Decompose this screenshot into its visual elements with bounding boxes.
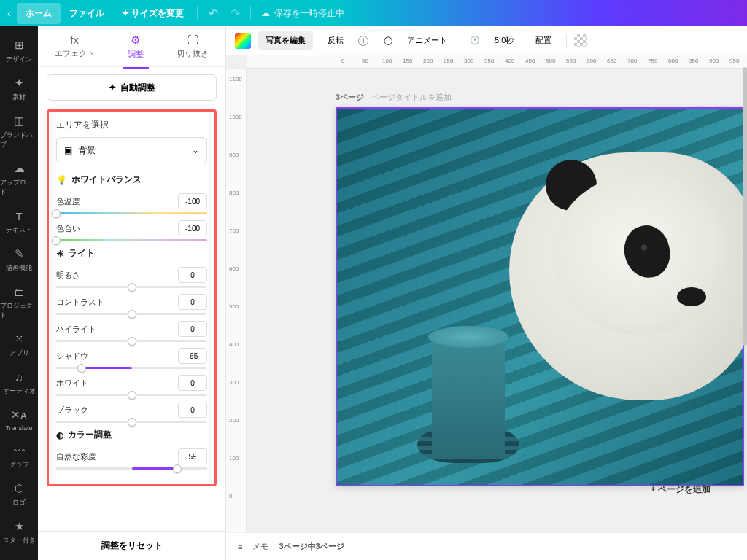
- color-title: ◐カラー調整: [56, 429, 207, 441]
- home-button[interactable]: ホーム: [17, 3, 61, 24]
- canvas-footer: ≡ メモ 3ページ中3ページ: [226, 532, 747, 560]
- adjust-icon: ⚙: [131, 34, 140, 47]
- memo-icon[interactable]: ≡: [238, 542, 242, 551]
- rail-item[interactable]: ✎描画機能: [0, 241, 38, 279]
- slider-brightness[interactable]: 明るさ0: [56, 267, 207, 288]
- rail-icon: ✕ᴀ: [12, 408, 26, 422]
- rail-icon: ⊞: [12, 38, 26, 52]
- rail-item[interactable]: 〰グラフ: [0, 438, 38, 475]
- add-page-button[interactable]: + ページを追加: [651, 483, 711, 496]
- rail-item[interactable]: ✦素材: [0, 70, 38, 108]
- slider-tint[interactable]: 色合い-100: [56, 220, 207, 241]
- area-select[interactable]: ▣背景 ⌄: [56, 137, 207, 163]
- rail-icon: ✦: [12, 76, 26, 90]
- page-counter[interactable]: 3ページ中3ページ: [279, 541, 344, 552]
- rail-icon: ★: [12, 519, 26, 534]
- rail-item[interactable]: ♫オーディオ: [0, 364, 38, 402]
- auto-adjust-button[interactable]: ✦自動調整: [47, 74, 217, 101]
- transparency-icon[interactable]: [574, 34, 587, 47]
- back-icon[interactable]: ‹: [7, 7, 11, 19]
- clock-icon: 🕐: [470, 36, 480, 45]
- redo-icon[interactable]: ↷: [224, 7, 246, 20]
- duration-button[interactable]: 5.0秒: [487, 31, 521, 50]
- background-icon: ▣: [64, 145, 72, 155]
- slider-highlight[interactable]: ハイライト0: [56, 321, 207, 342]
- slider-temperature[interactable]: 色温度-100: [56, 193, 207, 214]
- rail-item[interactable]: ☁アップロード: [0, 155, 38, 203]
- rail-item[interactable]: ⊞デザイン: [0, 32, 38, 70]
- tab-crop[interactable]: ⛶切り抜き: [168, 29, 217, 63]
- slider-black[interactable]: ブラック0: [56, 402, 207, 423]
- memo-button[interactable]: メモ: [252, 541, 268, 552]
- page-canvas[interactable]: [336, 107, 744, 486]
- undo-icon[interactable]: ↶: [202, 7, 224, 20]
- canvas-image[interactable]: [337, 109, 743, 485]
- color-picker-button[interactable]: [235, 33, 251, 49]
- canvas-workspace[interactable]: 0501001502002503003504004505005506006507…: [226, 55, 747, 532]
- panel-scrollbar[interactable]: [743, 67, 747, 531]
- tab-effect[interactable]: fxエフェクト: [46, 29, 104, 63]
- light-title: ☀ライト: [56, 247, 207, 260]
- edit-photo-button[interactable]: 写真を編集: [258, 31, 313, 50]
- save-status: ☁保存を一時停止中: [261, 7, 344, 20]
- rail-icon: ⁙: [12, 332, 26, 346]
- side-rail: ⊞デザイン✦素材◫ブランドハブ☁アップロードTテキスト✎描画機能🗀プロジェクト⁙…: [0, 26, 38, 560]
- animate-button[interactable]: アニメート: [400, 31, 454, 50]
- adjust-controls-highlight: エリアを選択 ▣背景 ⌄ 💡ホワイトバランス 色温度-100 色合い-100 ☀…: [47, 109, 217, 486]
- crop-icon: ⛶: [187, 34, 198, 46]
- rail-item[interactable]: Tテキスト: [0, 203, 38, 241]
- position-button[interactable]: 配置: [528, 31, 559, 50]
- slider-vibrance[interactable]: 自然な彩度59: [56, 448, 207, 470]
- reset-adjust-button[interactable]: 調整をリセット: [38, 531, 225, 560]
- animate-icon: ◯: [384, 36, 392, 45]
- rail-item[interactable]: ⬡ロゴ: [0, 475, 38, 513]
- separator: [376, 34, 376, 48]
- rail-item[interactable]: ◫ブランドハブ: [0, 108, 38, 155]
- area-select-label: エリアを選択: [56, 119, 207, 131]
- rail-icon: ☁: [12, 161, 26, 176]
- adjust-panel: fxエフェクト ⚙調整 ⛶切り抜き ✦自動調整 エリアを選択 ▣背景 ⌄ 💡ホワ…: [38, 26, 226, 560]
- rail-icon: T: [12, 209, 26, 223]
- effect-icon: fx: [70, 34, 79, 46]
- ruler-horizontal: 0501001502002503003504004505005506006507…: [247, 55, 747, 69]
- rail-icon: ✎: [12, 246, 26, 261]
- separator: [566, 34, 567, 48]
- rail-icon: ◫: [12, 114, 26, 128]
- slider-shadow[interactable]: シャドウ-65: [56, 348, 207, 369]
- separator: [250, 6, 251, 20]
- rail-item[interactable]: ★スター付き: [0, 513, 38, 551]
- page-title-row[interactable]: 3ページ - ページタイトルを追加: [336, 92, 744, 103]
- separator: [462, 34, 462, 48]
- topbar: ‹ ホーム ファイル ✦ サイズを変更 ↶ ↷ ☁保存を一時停止中: [0, 0, 747, 26]
- rail-icon: 〰: [12, 443, 26, 458]
- slider-contrast[interactable]: コントラスト0: [56, 294, 207, 315]
- chevron-down-icon: ⌄: [192, 145, 199, 155]
- drop-icon: ◐: [56, 430, 63, 440]
- panel-tabs: fxエフェクト ⚙調整 ⛶切り抜き: [38, 26, 225, 67]
- file-button[interactable]: ファイル: [61, 3, 113, 24]
- slider-white[interactable]: ホワイト0: [56, 375, 207, 396]
- bulb-icon: 💡: [56, 175, 67, 185]
- resize-button[interactable]: ✦ サイズを変更: [113, 3, 193, 24]
- rail-item[interactable]: ✕ᴀTranslate: [0, 402, 38, 438]
- canvas-area: 写真を編集 反転 i ◯ アニメート 🕐 5.0秒 配置 05010015020…: [226, 26, 747, 560]
- rail-item[interactable]: ⁙アプリ: [0, 326, 38, 364]
- rail-icon: ⬡: [12, 481, 26, 496]
- whitebalance-title: 💡ホワイトバランス: [56, 174, 207, 186]
- rail-item[interactable]: 🗀プロジェクト: [0, 279, 38, 326]
- canvas-toolbar: 写真を編集 反転 i ◯ アニメート 🕐 5.0秒 配置: [226, 26, 747, 55]
- rail-icon: ♫: [12, 370, 26, 384]
- tab-adjust[interactable]: ⚙調整: [119, 29, 152, 64]
- info-icon[interactable]: i: [358, 36, 368, 46]
- sparkle-icon: ✦: [109, 82, 116, 93]
- rail-icon: 🗀: [12, 284, 26, 299]
- ruler-vertical: 110010009008007006005004003002001000: [226, 69, 247, 532]
- cloud-icon: ☁: [261, 8, 270, 18]
- sun-icon: ☀: [56, 249, 64, 259]
- flip-button[interactable]: 反転: [320, 31, 351, 50]
- separator: [197, 6, 198, 20]
